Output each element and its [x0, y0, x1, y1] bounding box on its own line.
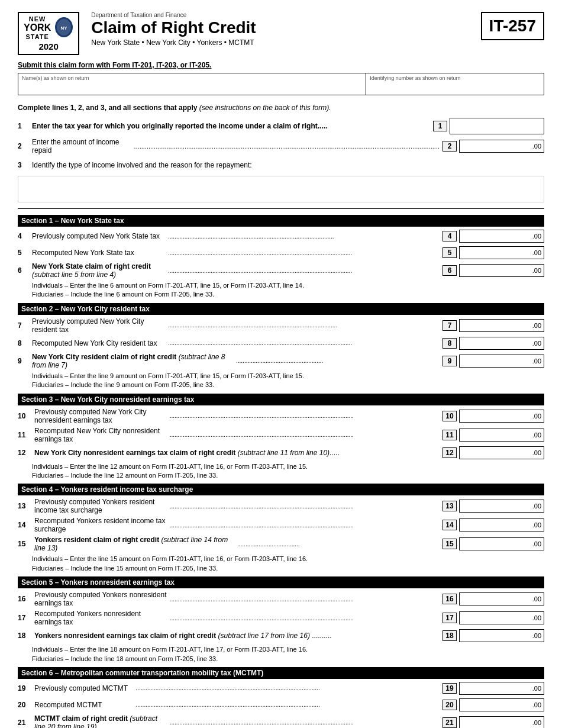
s6-line-19-input[interactable]: [459, 682, 544, 695]
name-label: Name(s) as shown on return: [22, 75, 362, 81]
s3-line-10-desc: Previously computed New York City nonres…: [34, 408, 170, 424]
s6-line-20-input[interactable]: [459, 698, 544, 711]
s2-line-9-value[interactable]: [460, 357, 541, 365]
section-4-header: Section 4 – Yonkers resident income tax …: [18, 484, 544, 495]
line-3-number: 3: [18, 161, 28, 169]
s3-line-12-num: 12: [18, 449, 31, 457]
s1-line-6-value[interactable]: [460, 267, 541, 274]
s6-line-19-value[interactable]: [460, 685, 541, 692]
s2-line-7-row: 7 Previously computed New York City resi…: [18, 317, 544, 334]
s4-line-15-input[interactable]: [459, 537, 544, 550]
s5-line-16-value[interactable]: [460, 595, 541, 603]
s4-line-14-dots: ........................................…: [170, 522, 440, 529]
s5-line-17-value[interactable]: [460, 614, 541, 621]
s5-line-18-box: 18: [443, 630, 457, 641]
s3-note1: Individuals – Enter the line 12 amount o…: [32, 463, 308, 470]
name-box[interactable]: Name(s) as shown on return: [18, 73, 366, 95]
line-2-input[interactable]: [459, 140, 544, 153]
s4-line-15-value[interactable]: [460, 540, 541, 547]
s3-line-12-value[interactable]: [460, 449, 541, 456]
s5-note1: Individuals – Enter the line 18 amount o…: [32, 646, 308, 653]
s3-line-10-num: 10: [18, 412, 31, 420]
id-box[interactable]: Identifying number as shown on return: [366, 73, 544, 95]
s1-line-5-box: 5: [443, 247, 457, 258]
s1-line-4-value[interactable]: [460, 233, 541, 240]
s4-line-14-value[interactable]: [460, 521, 541, 529]
s5-line-16-num: 16: [18, 595, 31, 603]
line-1-box: 1: [433, 121, 447, 131]
complete-instruction: Complete lines 1, 2, and 3, and all sect…: [18, 104, 544, 112]
name-id-row: Name(s) as shown on return Identifying n…: [18, 73, 544, 95]
line-1-input[interactable]: [450, 118, 544, 134]
s4-line-13-input[interactable]: [459, 500, 544, 513]
logo-new: NEW: [24, 15, 51, 22]
line-2-value-input[interactable]: [460, 143, 541, 150]
s1-note1: Individuals – Enter the line 6 amount on…: [32, 282, 304, 289]
s5-line-18-value[interactable]: [460, 632, 541, 639]
section-1-header: Section 1 – New York State tax: [18, 215, 544, 227]
s3-line-11-input[interactable]: [459, 429, 544, 442]
s5-line-17-input[interactable]: [459, 611, 544, 624]
line-2-dots: ........................................…: [134, 143, 441, 150]
s6-line-21-input[interactable]: [459, 716, 544, 728]
s5-line-16-desc: Previously computed Yonkers nonresident …: [34, 591, 170, 607]
line-3-textarea[interactable]: [18, 176, 544, 202]
s6-line-21-num: 21: [18, 719, 31, 727]
s2-line-9-input[interactable]: [459, 355, 544, 368]
s1-line-5-num: 5: [18, 249, 28, 257]
s2-line-9-dots: ........................................…: [236, 357, 440, 364]
logo-state: STATE: [24, 33, 51, 40]
form-subtitle: New York State • New York City • Yonkers…: [91, 38, 474, 47]
svg-text:NY: NY: [61, 25, 68, 31]
s2-line-8-input[interactable]: [459, 337, 544, 350]
s6-line-20-desc: Recomputed MCTMT: [34, 701, 136, 709]
s1-line-4-input[interactable]: [459, 230, 544, 243]
s3-line-12-input[interactable]: [459, 446, 544, 459]
s6-line-20-num: 20: [18, 701, 31, 709]
line-2-row: 2 Enter the amount of income repaid ....…: [18, 138, 544, 154]
s3-line-10-input[interactable]: [459, 410, 544, 423]
s4-line-13-row: 13 Previously computed Yonkers resident …: [18, 498, 544, 514]
s5-line-16-input[interactable]: [459, 592, 544, 605]
s4-line-13-value[interactable]: [460, 502, 541, 510]
form-title: Claim of Right Credit: [91, 20, 474, 36]
s3-line-11-num: 11: [18, 431, 31, 439]
s3-line-11-row: 11 Recomputed New York City nonresident …: [18, 427, 544, 443]
s3-line-10-value[interactable]: [460, 413, 541, 420]
s5-line-18-num: 18: [18, 632, 31, 640]
s4-note2: Fiduciaries – Include the line 15 amount…: [32, 565, 218, 572]
s3-line-11-value[interactable]: [460, 431, 541, 439]
s3-line-12-row: 12 New York City nonresident earnings ta…: [18, 446, 544, 460]
line-3-input-area[interactable]: [18, 176, 544, 202]
s6-line-19-num: 19: [18, 684, 31, 692]
s4-line-14-input[interactable]: [459, 518, 544, 531]
s2-line-8-row: 8 Recomputed New York City resident tax …: [18, 336, 544, 350]
s1-line-5-input[interactable]: [459, 246, 544, 259]
s2-line-8-value[interactable]: [460, 340, 541, 347]
s6-line-20-value[interactable]: [460, 701, 541, 708]
s6-line-20-dots: ........................................…: [136, 701, 441, 708]
s6-line-21-value[interactable]: [460, 719, 541, 726]
line-1-desc: Enter the tax year for which you origina…: [32, 122, 431, 130]
s3-line-12-box: 12: [443, 447, 457, 458]
s6-line-19-desc: Previously computed MCTMT: [34, 684, 136, 692]
line-1-dots: .....: [318, 122, 328, 130]
s4-line-13-num: 13: [18, 502, 31, 510]
s1-line-5-value[interactable]: [460, 249, 541, 256]
line-3-row: 3 Identify the type of income involved a…: [18, 158, 544, 172]
line-1-value-input[interactable]: [450, 118, 544, 134]
s1-line-6-input[interactable]: [459, 264, 544, 277]
section-5-header: Section 5 – Yonkers nonresident earnings…: [18, 576, 544, 588]
s3-note2: Fiduciaries – Include the line 12 amount…: [32, 472, 218, 479]
s2-line-8-dots: ........................................…: [168, 340, 440, 346]
name-input[interactable]: [22, 81, 362, 89]
s2-line-8-box: 8: [443, 338, 457, 349]
s1-line-4-desc: Previously computed New York State tax: [32, 232, 168, 240]
s5-line-18-input[interactable]: [459, 629, 544, 642]
section-6-header: Section 6 – Metropolitan commuter transp…: [18, 667, 544, 679]
s2-line-7-input[interactable]: [459, 319, 544, 332]
header-center: Department of Taxation and Finance Claim…: [91, 12, 474, 47]
s5-line-17-dots: ........................................…: [170, 615, 440, 621]
s2-line-7-value[interactable]: [460, 322, 541, 329]
id-input[interactable]: [370, 81, 540, 89]
